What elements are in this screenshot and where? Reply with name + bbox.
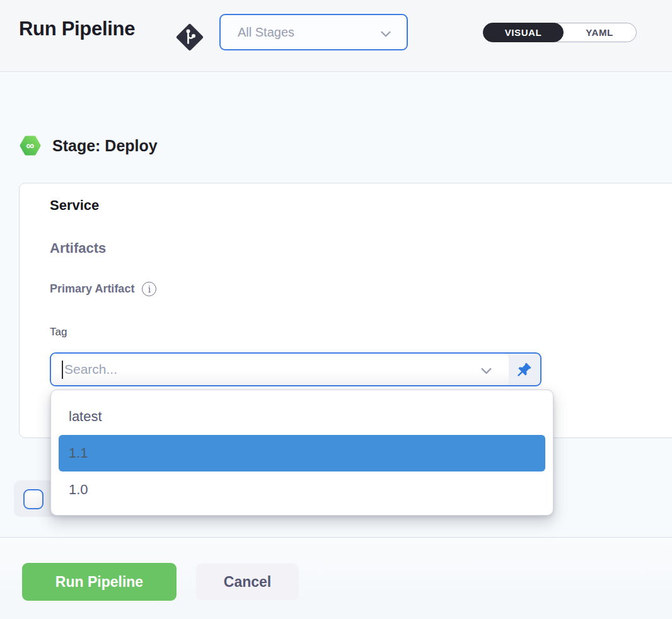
tab-visual[interactable]: VISUAL: [483, 23, 564, 42]
chevron-down-icon[interactable]: [478, 362, 495, 379]
pin-icon: [516, 361, 533, 378]
view-mode-toggle: VISUAL YAML: [483, 23, 637, 42]
text-caret: [62, 361, 63, 379]
stage-label: Stage: Deploy: [52, 137, 158, 155]
chevron-down-icon: [378, 26, 394, 42]
tag-dropdown-menu: latest 1.1 1.0: [50, 390, 553, 516]
tag-field-label: Tag: [50, 326, 67, 338]
tab-yaml[interactable]: YAML: [563, 23, 636, 42]
tag-search-input[interactable]: [51, 354, 509, 385]
primary-artifact-label: Primary Artifact: [50, 282, 134, 296]
service-heading: Service: [50, 197, 99, 214]
tag-combobox: [50, 352, 542, 386]
artifacts-heading: Artifacts: [50, 240, 106, 257]
stage-filter-select[interactable]: All Stages: [219, 14, 408, 50]
stage-header-row: ∞ Stage: Deploy: [19, 134, 158, 158]
run-pipeline-button[interactable]: Run Pipeline: [22, 563, 177, 601]
info-icon[interactable]: i: [142, 282, 156, 296]
cd-stage-icon: ∞: [19, 134, 42, 157]
infinity-glyph: ∞: [26, 139, 35, 152]
primary-artifact-row: Primary Artifact i: [50, 282, 156, 296]
dropdown-item-latest[interactable]: latest: [59, 398, 545, 435]
dropdown-item-1-0[interactable]: 1.0: [59, 471, 545, 508]
dialog-footer: Run Pipeline Cancel: [0, 538, 672, 619]
tag-input-area: [51, 354, 509, 385]
run-pipeline-dialog: Run Pipeline All Stages VISUAL YAML: [0, 0, 672, 619]
cancel-button[interactable]: Cancel: [196, 564, 299, 600]
page-title: Run Pipeline: [19, 18, 135, 40]
pin-button[interactable]: [509, 354, 540, 385]
stage-filter-value: All Stages: [238, 25, 294, 40]
git-icon: [175, 22, 205, 52]
dialog-header: Run Pipeline All Stages VISUAL YAML: [0, 0, 672, 72]
dropdown-item-1-1[interactable]: 1.1: [59, 435, 545, 471]
checkbox[interactable]: [23, 489, 43, 509]
